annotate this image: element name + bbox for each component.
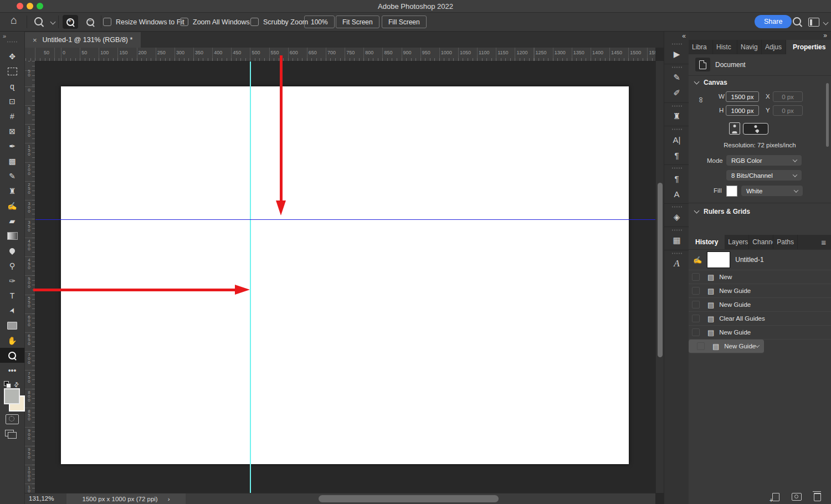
zoom-all-windows-checkbox[interactable]: Zoom All Windows bbox=[180, 18, 250, 26]
zoom-tool-icon[interactable] bbox=[34, 17, 43, 25]
brushes-panel[interactable]: ✐ bbox=[664, 85, 689, 101]
history-brush-tool[interactable]: ✍ bbox=[0, 198, 24, 213]
portrait-orientation-button[interactable] bbox=[729, 122, 740, 135]
dodge-tool[interactable]: ⚲ bbox=[0, 258, 24, 273]
materials-panel[interactable]: ◈ bbox=[664, 209, 689, 225]
home-icon[interactable]: ⌂ bbox=[11, 14, 17, 27]
horizontal-ruler[interactable]: 5005010015020025030035040045050055060065… bbox=[24, 48, 655, 61]
tab-layers[interactable]: Layers bbox=[725, 235, 749, 249]
x-field[interactable]: 0 px bbox=[773, 91, 803, 102]
panel-grip[interactable] bbox=[671, 167, 683, 169]
history-state-row[interactable]: ▤Clear All Guides bbox=[689, 312, 831, 326]
history-brush-well[interactable] bbox=[692, 287, 700, 295]
workspace-icon[interactable] bbox=[808, 18, 819, 27]
rectangle-tool[interactable] bbox=[0, 318, 24, 333]
actions-panel[interactable]: ▶ bbox=[664, 47, 689, 62]
rulers-grids-chevron-icon[interactable] bbox=[694, 208, 700, 214]
link-dimensions-icon[interactable]: ∞ bbox=[697, 97, 706, 102]
resize-windows-checkbox[interactable]: Resize Windows to Fit bbox=[103, 18, 184, 26]
collapse-panels-icon[interactable]: « bbox=[682, 32, 685, 40]
panel-grip[interactable] bbox=[671, 206, 683, 208]
bit-depth-select[interactable]: 8 Bits/Channel bbox=[726, 170, 802, 181]
panel-grip[interactable] bbox=[671, 105, 683, 107]
history-brush-well[interactable] bbox=[692, 315, 700, 322]
rulers-grids-header[interactable]: Rulers & Grids bbox=[704, 208, 750, 215]
share-button[interactable]: Share bbox=[755, 15, 792, 28]
foreground-color-swatch[interactable] bbox=[4, 388, 20, 404]
tab-adjus[interactable]: Adjus bbox=[762, 40, 786, 54]
fill-color-swatch[interactable] bbox=[726, 186, 737, 197]
eyedropper-tool[interactable]: ✒ bbox=[0, 138, 24, 153]
panel-menu-icon[interactable]: ≡ bbox=[816, 235, 831, 249]
history-snapshot-row[interactable]: ✍ Untitled-1 bbox=[689, 250, 831, 270]
glyphs-panel[interactable]: A bbox=[664, 256, 689, 271]
paragraph-panel[interactable]: ¶ bbox=[664, 147, 689, 163]
blur-tool[interactable] bbox=[0, 243, 24, 258]
expand-panels-icon[interactable]: » bbox=[823, 32, 827, 39]
brush-settings-panel[interactable]: ✎ bbox=[664, 70, 689, 85]
toolbar-grip[interactable] bbox=[7, 41, 18, 43]
clone-stamp-tool[interactable]: ♜ bbox=[0, 183, 24, 198]
history-state-row[interactable]: ▤New Guide bbox=[689, 326, 831, 340]
swap-colors-icon[interactable]: ⇄ bbox=[12, 380, 21, 389]
scrubby-zoom-checkbox[interactable]: Scrubby Zoom bbox=[250, 18, 308, 26]
new-snapshot-icon[interactable] bbox=[792, 493, 802, 501]
new-document-from-state-icon[interactable] bbox=[772, 493, 779, 501]
close-tab-icon[interactable]: × bbox=[33, 36, 37, 44]
vertical-scrollbar-thumb[interactable] bbox=[658, 183, 663, 357]
history-state-row[interactable]: ▤New Guide bbox=[689, 284, 831, 298]
frame-tool[interactable]: ⊠ bbox=[0, 124, 24, 138]
rectangular-marquee-tool[interactable] bbox=[0, 64, 24, 79]
height-field[interactable]: 1000 px bbox=[726, 105, 759, 116]
edit-toolbar[interactable]: ••• bbox=[0, 363, 24, 378]
panel-grip[interactable] bbox=[671, 253, 683, 254]
landscape-orientation-button[interactable] bbox=[743, 123, 768, 135]
screen-mode-button[interactable] bbox=[5, 430, 14, 436]
document-type-button[interactable] bbox=[695, 58, 710, 71]
document-canvas[interactable] bbox=[61, 86, 629, 464]
horizontal-guide[interactable] bbox=[35, 219, 655, 220]
toolbar-expand-icon[interactable]: » bbox=[3, 33, 6, 39]
tab-channels[interactable]: Channels bbox=[749, 235, 773, 249]
tab-properties[interactable]: Properties bbox=[786, 40, 831, 54]
vertical-scrollbar[interactable] bbox=[655, 61, 664, 493]
character-styles-panel[interactable]: A bbox=[664, 186, 689, 202]
default-colors-icon[interactable] bbox=[4, 381, 11, 388]
properties-scrollbar-thumb[interactable] bbox=[826, 83, 829, 147]
patterns-panel[interactable]: ▦ bbox=[664, 233, 689, 248]
status-doc-info[interactable]: 1500 px x 1000 px (72 ppi) › bbox=[66, 493, 186, 504]
history-brush-well[interactable] bbox=[692, 301, 700, 308]
path-selection-tool[interactable]: ➤ bbox=[0, 303, 24, 318]
canvas-section-header[interactable]: Canvas bbox=[704, 79, 727, 86]
status-chevron-icon[interactable]: › bbox=[168, 496, 170, 502]
fill-select[interactable]: White bbox=[741, 186, 803, 196]
history-state-row[interactable]: ▤New bbox=[689, 270, 831, 284]
history-brush-source-icon[interactable]: ✍ bbox=[693, 256, 702, 264]
canvas-section-chevron-icon[interactable] bbox=[694, 79, 700, 85]
search-icon[interactable] bbox=[793, 17, 801, 25]
color-mode-select[interactable]: RGB Color bbox=[726, 155, 802, 166]
zoom-in-button[interactable]: + bbox=[63, 15, 78, 29]
document-tab[interactable]: × Untitled-1 @ 131% (RGB/8) * bbox=[24, 32, 141, 48]
delete-state-icon[interactable] bbox=[814, 493, 821, 501]
width-field[interactable]: 1500 px bbox=[726, 91, 759, 102]
move-tool[interactable]: ✥ bbox=[0, 49, 24, 64]
vertical-guide[interactable] bbox=[250, 61, 251, 493]
panel-grip[interactable] bbox=[671, 229, 683, 231]
horizontal-scrollbar-thumb[interactable] bbox=[319, 495, 499, 502]
character-panel[interactable]: A| bbox=[664, 132, 689, 147]
quick-mask-button[interactable] bbox=[6, 414, 19, 424]
zoom-100-button[interactable]: 100% bbox=[304, 16, 335, 28]
chevron-down-icon[interactable] bbox=[50, 19, 56, 25]
tab-history[interactable]: History bbox=[689, 235, 725, 249]
crop-tool[interactable]: # bbox=[0, 109, 24, 124]
panel-grip[interactable] bbox=[671, 128, 683, 130]
status-zoom-level[interactable]: 131,12% bbox=[29, 495, 54, 502]
history-state-row[interactable]: ▤New Guide bbox=[689, 298, 831, 312]
history-brush-well[interactable] bbox=[692, 328, 700, 336]
tab-libra[interactable]: Libra bbox=[689, 40, 713, 54]
panel-grip[interactable] bbox=[671, 66, 683, 68]
history-brush-well[interactable] bbox=[692, 273, 700, 281]
vertical-ruler[interactable]: 1005005010015020025030035040045050055060… bbox=[24, 61, 35, 493]
y-field[interactable]: 0 px bbox=[773, 105, 803, 116]
